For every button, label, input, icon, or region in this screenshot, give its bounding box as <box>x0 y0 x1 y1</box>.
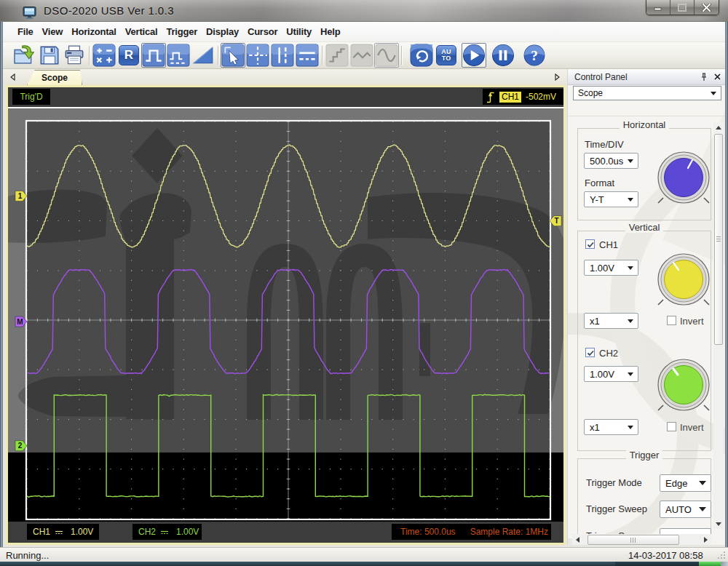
cursor-arrow-icon <box>221 44 245 67</box>
save-button[interactable] <box>37 43 62 68</box>
timediv-dropdown[interactable]: 500.0us <box>584 153 638 169</box>
maximize-button[interactable] <box>670 0 695 15</box>
pause-button[interactable] <box>491 43 515 68</box>
tab-scroll-right-button[interactable] <box>553 71 563 82</box>
panel-selector-dropdown[interactable]: Scope <box>573 86 721 100</box>
autoset-button[interactable]: AUTO <box>434 43 459 68</box>
horizontal-cursors-icon <box>296 44 319 67</box>
oscilloscope-display: Trig'D CH1 -502mV 1M2T CH1 <box>6 85 566 545</box>
horizontal-position-knob[interactable] <box>652 146 716 210</box>
step-interpolation-button[interactable] <box>325 43 349 68</box>
grid-cursors-button[interactable] <box>245 43 270 68</box>
refresh-button[interactable] <box>409 43 434 68</box>
menu-bar: File View Horizontal Vertical Trigger Di… <box>3 22 725 42</box>
menu-view[interactable]: View <box>38 23 68 41</box>
horizontal-scroll-thumb[interactable] <box>587 535 679 545</box>
refresh-icon <box>410 44 433 67</box>
chevron-down-icon <box>628 266 633 270</box>
pause-icon <box>491 44 515 67</box>
vertical-cursors-icon <box>271 44 294 67</box>
help-button[interactable]: ? <box>522 43 547 68</box>
ch2-position-knob[interactable] <box>652 353 716 417</box>
trigger-group-title: Trigger <box>577 450 711 461</box>
panel-close-icon[interactable] <box>712 71 723 82</box>
status-bar: Running... 14-03-2017 08:58 <box>0 547 728 562</box>
scope-bottom-bar: CH1 1.00V CH2 1.00V Time: 500.0us Sample… <box>8 522 563 543</box>
ch2-invert-checkbox[interactable] <box>667 422 676 431</box>
ch1-invert-checkbox[interactable] <box>667 316 676 325</box>
sample-rate-value: Sample Rate: 1MHz <box>470 527 548 537</box>
ch1-position-knob[interactable] <box>652 247 716 311</box>
menu-cursor[interactable]: Cursor <box>243 23 282 41</box>
horizontal-cursors-button[interactable] <box>295 43 320 68</box>
vertical-scroll-thumb[interactable] <box>714 134 723 345</box>
print-button[interactable] <box>62 43 87 68</box>
svg-text:1: 1 <box>18 192 23 200</box>
tab-scope[interactable]: Scope <box>27 70 82 85</box>
open-button[interactable] <box>12 43 37 68</box>
open-folder-icon <box>13 44 36 67</box>
channel2-display-button[interactable] <box>166 43 191 68</box>
status-datetime: 14-03-2017 08:58 <box>628 550 703 561</box>
toolbar-separator <box>320 44 325 66</box>
ch1-label: CH1 <box>33 527 50 537</box>
chevron-down-icon <box>699 507 706 511</box>
svg-text:M: M <box>17 318 23 326</box>
pointer-button[interactable] <box>221 43 245 68</box>
tab-scroll-left-button[interactable] <box>7 71 17 82</box>
ch2-scale-value: 1.00V <box>176 527 199 537</box>
svg-text:?: ? <box>531 48 538 63</box>
resize-grip[interactable] <box>717 551 726 559</box>
ch2-enable-checkbox[interactable] <box>585 348 595 357</box>
format-dropdown[interactable]: Y-T <box>584 191 638 207</box>
menu-file[interactable]: File <box>13 23 38 41</box>
menu-help[interactable]: Help <box>316 23 344 41</box>
waveform-area: 1M2T <box>8 108 563 522</box>
waveform-plot: 1M2T <box>8 108 563 522</box>
ch2-probe-dropdown[interactable]: x1 <box>584 419 638 435</box>
ch2-scale-dropdown[interactable]: 1.00V <box>584 366 638 382</box>
menu-utility[interactable]: Utility <box>282 23 316 41</box>
svg-text:2: 2 <box>18 442 23 450</box>
ch1-scale-value: 1.00V <box>71 527 93 537</box>
app-icon <box>23 7 38 19</box>
control-panel-title: Control Panel <box>574 72 698 82</box>
math-icon <box>92 44 116 67</box>
vertical-group-title: Vertical <box>577 222 711 233</box>
scroll-up-arrow[interactable] <box>713 122 724 132</box>
ramp-button[interactable] <box>191 43 215 68</box>
ramp-icon <box>191 44 215 67</box>
trigger-sweep-dropdown[interactable]: AUTO <box>660 501 711 518</box>
vertical-cursors-button[interactable] <box>270 43 295 68</box>
trigger-sweep-label: Trigger Sweep <box>586 503 647 514</box>
grid-cursors-icon <box>246 44 269 67</box>
step-wave-icon <box>325 44 349 67</box>
close-button[interactable] <box>695 0 719 15</box>
scroll-right-arrow[interactable] <box>700 534 711 546</box>
ch2-checkbox-label: CH2 <box>599 348 618 359</box>
horizontal-group-title: Horizontal <box>577 119 711 130</box>
ch1-enable-checkbox[interactable] <box>585 239 595 249</box>
scroll-down-arrow[interactable] <box>713 519 724 529</box>
sine-interpolation-button[interactable] <box>374 43 399 68</box>
toolbar-separator <box>215 44 221 66</box>
math-button[interactable] <box>92 43 116 68</box>
channel1-display-button[interactable] <box>141 43 166 68</box>
ch1-scale-dropdown[interactable]: 1.00V <box>584 260 638 276</box>
reference-button[interactable]: R <box>116 43 141 68</box>
scroll-left-arrow[interactable] <box>572 534 583 546</box>
linear-interpolation-button[interactable] <box>349 43 374 68</box>
menu-vertical[interactable]: Vertical <box>121 23 162 41</box>
panel-horizontal-scrollbar[interactable] <box>572 534 711 546</box>
pin-icon[interactable] <box>698 71 709 82</box>
menu-horizontal[interactable]: Horizontal <box>67 23 121 41</box>
ch1-probe-dropdown[interactable]: x1 <box>584 313 638 329</box>
menu-display[interactable]: Display <box>202 23 243 41</box>
trigger-mode-dropdown[interactable]: Edge <box>660 474 711 492</box>
start-button[interactable] <box>462 43 486 68</box>
panel-vertical-scrollbar[interactable] <box>713 122 724 529</box>
minimize-button[interactable] <box>646 0 670 15</box>
ch2-invert-label: Invert <box>680 422 704 433</box>
linear-wave-icon <box>350 44 373 67</box>
menu-trigger[interactable]: Trigger <box>162 23 202 41</box>
